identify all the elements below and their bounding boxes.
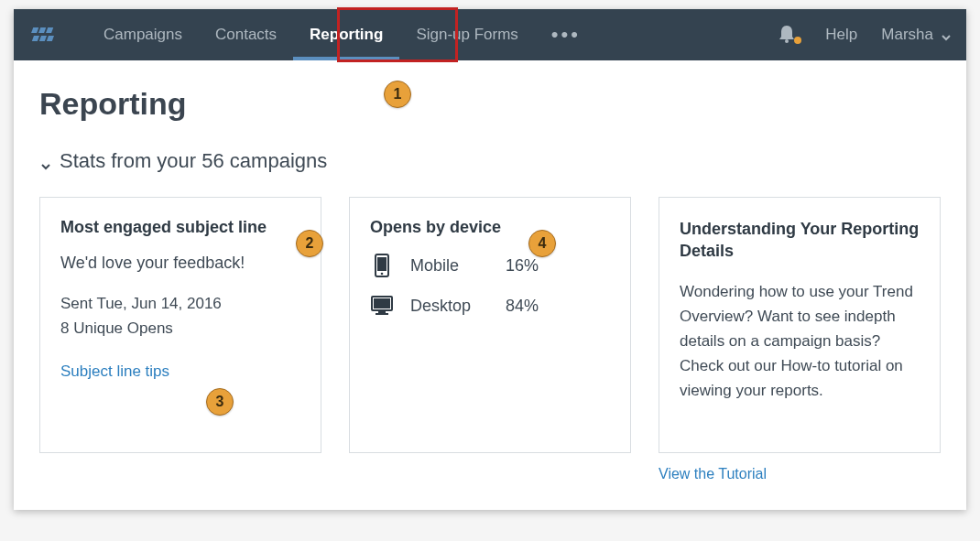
nav-items: Campaigns Contacts Reporting Sign-up For… xyxy=(87,9,597,60)
svg-rect-11 xyxy=(374,298,390,308)
stats-header-text: Stats from your 56 campaigns xyxy=(60,149,327,173)
engaged-unique-opens: 8 Unique Opens xyxy=(60,316,300,341)
understanding-body: Wondering how to use your Trend Overview… xyxy=(680,279,920,404)
svg-rect-1 xyxy=(38,27,46,33)
svg-rect-13 xyxy=(376,313,388,315)
nav-help[interactable]: Help xyxy=(825,26,857,44)
engaged-sent-date: Sent Tue, Jun 14, 2016 xyxy=(60,291,300,316)
engaged-meta: Sent Tue, Jun 14, 2016 8 Unique Opens xyxy=(60,291,300,341)
device-row-desktop: Desktop 84% xyxy=(370,294,610,318)
top-nav: Campaigns Contacts Reporting Sign-up For… xyxy=(14,9,966,60)
nav-contacts[interactable]: Contacts xyxy=(199,9,293,60)
svg-point-9 xyxy=(381,273,384,276)
svg-rect-8 xyxy=(377,257,387,271)
chevron-down-icon xyxy=(39,155,52,168)
view-tutorial-link[interactable]: View the Tutorial xyxy=(659,466,941,482)
card-title: Understanding Your Reporting Details xyxy=(680,218,920,263)
stats-toggle[interactable]: Stats from your 56 campaigns xyxy=(39,149,941,173)
cards-row: Most engaged subject line We'd love your… xyxy=(39,197,941,453)
nav-more-icon[interactable]: ••• xyxy=(535,23,597,47)
card-title: Opens by device xyxy=(370,218,610,237)
nav-user-menu[interactable]: Marsha xyxy=(881,26,952,44)
device-name: Desktop xyxy=(410,297,489,316)
device-pct: 16% xyxy=(506,256,539,276)
subject-line-tips-link[interactable]: Subject line tips xyxy=(60,362,300,381)
logo-icon[interactable] xyxy=(28,24,61,46)
nav-user-name: Marsha xyxy=(881,26,933,44)
card-title: Most engaged subject line xyxy=(60,218,300,237)
card-most-engaged: Most engaged subject line We'd love your… xyxy=(39,197,321,453)
app-frame: Campaigns Contacts Reporting Sign-up For… xyxy=(14,9,966,510)
chevron-down-icon xyxy=(941,29,952,40)
annotation-badge-1: 1 xyxy=(384,81,411,108)
card-opens-by-device: Opens by device Mobile 16% xyxy=(349,197,631,453)
notifications-bell-icon[interactable] xyxy=(778,24,800,46)
svg-rect-0 xyxy=(31,27,38,33)
nav-reporting[interactable]: Reporting xyxy=(293,9,399,60)
device-row-mobile: Mobile 16% xyxy=(370,254,610,277)
mobile-icon xyxy=(370,254,394,277)
device-name: Mobile xyxy=(410,256,489,276)
notification-dot-icon xyxy=(794,37,801,44)
svg-rect-3 xyxy=(32,36,39,41)
card-understanding: Understanding Your Reporting Details Won… xyxy=(659,197,941,453)
engaged-subject-line: We'd love your feedback! xyxy=(60,254,300,273)
nav-signup-forms[interactable]: Sign-up Forms xyxy=(399,9,534,60)
annotation-badge-3: 3 xyxy=(206,388,234,416)
svg-rect-2 xyxy=(46,27,53,33)
svg-rect-12 xyxy=(378,311,386,313)
svg-rect-4 xyxy=(39,36,47,41)
annotation-badge-4: 4 xyxy=(528,230,556,257)
annotation-badge-2: 2 xyxy=(296,230,323,257)
svg-point-6 xyxy=(785,39,789,43)
device-pct: 84% xyxy=(506,297,539,316)
nav-campaigns[interactable]: Campaigns xyxy=(87,9,199,60)
svg-rect-5 xyxy=(47,36,54,41)
desktop-icon xyxy=(370,294,394,318)
page-title: Reporting xyxy=(39,86,941,122)
main-content: Reporting Stats from your 56 campaigns M… xyxy=(14,60,966,510)
